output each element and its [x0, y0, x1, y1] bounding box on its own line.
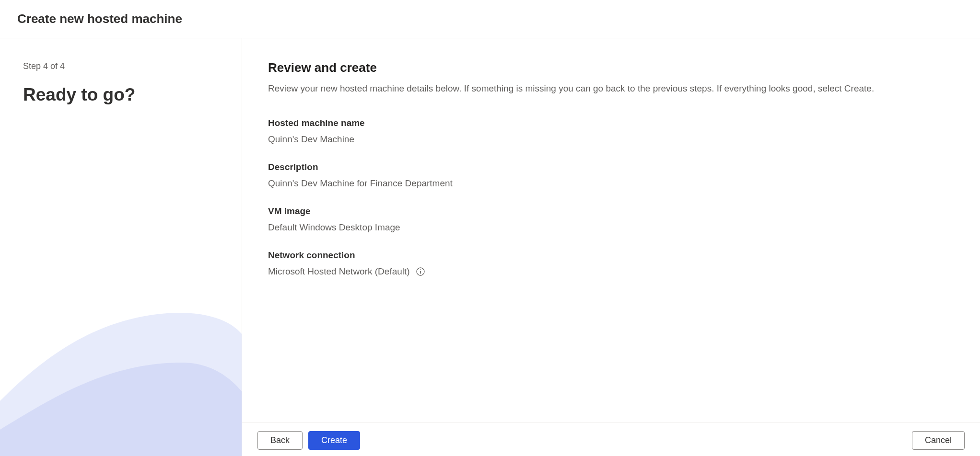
field-label-network: Network connection [268, 250, 954, 261]
wizard-footer: Back Create Cancel [242, 422, 980, 456]
field-vm-image: VM image Default Windows Desktop Image [268, 206, 954, 233]
main-panel: Review and create Review your new hosted… [242, 38, 980, 456]
decorative-wave [0, 267, 242, 456]
field-label-vm-image: VM image [268, 206, 954, 217]
field-description: Description Quinn's Dev Machine for Fina… [268, 162, 954, 189]
field-value-machine-name: Quinn's Dev Machine [268, 134, 954, 145]
content-area: Step 4 of 4 Ready to go? Review and crea… [0, 38, 980, 456]
create-button[interactable]: Create [308, 431, 360, 450]
svg-rect-2 [420, 271, 421, 274]
field-value-description: Quinn's Dev Machine for Finance Departme… [268, 178, 954, 189]
main-description: Review your new hosted machine details b… [268, 82, 954, 96]
page-title: Create new hosted machine [17, 11, 963, 26]
field-value-network-row: Microsoft Hosted Network (Default) [268, 266, 954, 277]
cancel-button[interactable]: Cancel [912, 431, 965, 450]
main-title: Review and create [268, 60, 954, 75]
field-value-network: Microsoft Hosted Network (Default) [268, 266, 410, 277]
info-icon[interactable] [416, 267, 425, 276]
page-header: Create new hosted machine [0, 0, 980, 38]
review-content: Review and create Review your new hosted… [242, 38, 980, 422]
field-network: Network connection Microsoft Hosted Netw… [268, 250, 954, 277]
sidebar-title: Ready to go? [23, 85, 219, 105]
field-label-description: Description [268, 162, 954, 172]
footer-left-buttons: Back Create [257, 431, 360, 450]
field-label-machine-name: Hosted machine name [268, 118, 954, 128]
field-machine-name: Hosted machine name Quinn's Dev Machine [268, 118, 954, 145]
footer-right-buttons: Cancel [912, 431, 965, 450]
svg-point-1 [420, 269, 421, 270]
step-indicator: Step 4 of 4 [23, 61, 219, 71]
field-value-vm-image: Default Windows Desktop Image [268, 222, 954, 233]
back-button[interactable]: Back [257, 431, 303, 450]
wizard-sidebar: Step 4 of 4 Ready to go? [0, 38, 242, 456]
